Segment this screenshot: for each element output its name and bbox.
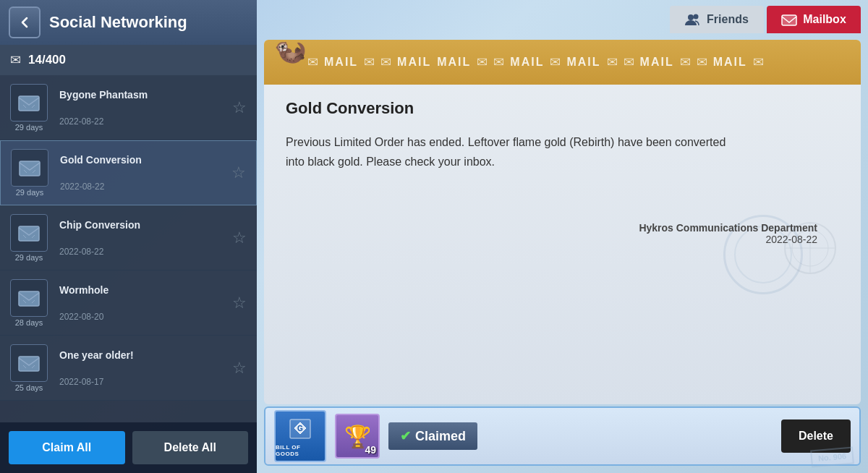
mail-item-content: One year older! 2022-08-17 (56, 349, 224, 387)
claim-all-button[interactable]: Claim All (9, 431, 125, 464)
mail-dec-icon: ✉ (624, 54, 634, 70)
right-panel: Friends Mailbox 🦦 ✉ MAIL ✉ ✉ MAIL MAIL ✉… (257, 0, 868, 473)
mail-dec-icon: ✉ (753, 54, 764, 70)
mail-item[interactable]: 25 days One year older! 2022-08-17 ☆ (0, 336, 257, 401)
mail-sender: Hykros Communications Department (264, 222, 817, 234)
mail-dec-text: MAIL (437, 56, 471, 69)
bill-of-goods-item: G BILL OF GOODS (274, 410, 326, 462)
attachment-area: G BILL OF GOODS 🏆 49 ✔ Claimed Delete (264, 406, 861, 466)
mail-item-icon (10, 279, 48, 317)
mail-subject: Gold Conversion (286, 99, 839, 118)
mail-footer-date: 2022-08-22 (264, 234, 817, 245)
mail-dec-icon: ✉ (550, 54, 561, 70)
mail-item-content: Bygone Phantasm 2022-08-22 (56, 89, 224, 127)
svg-rect-0 (19, 96, 39, 111)
mail-dec-icon: ✉ (697, 54, 707, 70)
mail-body-text: Previous Limited Order has ended. Leftov… (286, 132, 734, 171)
mail-list: 29 days Bygone Phantasm 2022-08-22 ☆ (0, 75, 257, 422)
mail-date: 2022-08-22 (59, 247, 224, 257)
svg-rect-3 (20, 161, 40, 176)
delete-all-button[interactable]: Delete All (132, 431, 249, 464)
check-icon: ✔ (400, 428, 411, 444)
mail-dec-icon: ✉ (493, 54, 504, 70)
days-label: 29 days (16, 188, 44, 197)
bottom-buttons: Claim All Delete All (0, 422, 257, 473)
mail-item[interactable]: 28 days Wormhole 2022-08-20 ☆ (0, 270, 257, 336)
tabs-bar: Friends Mailbox (670, 6, 861, 33)
mail-date: 2022-08-20 (59, 312, 224, 322)
top-bar: Social Networking (0, 0, 257, 45)
mail-item[interactable]: 29 days Chip Conversion 2022-08-22 ☆ (0, 205, 257, 270)
svg-point-15 (688, 14, 694, 20)
star-icon[interactable]: ☆ (232, 359, 247, 378)
mail-dec-icon: ✉ (364, 54, 375, 70)
claimed-status: ✔ Claimed (388, 422, 477, 450)
svg-text:G: G (297, 425, 303, 432)
mail-dec-text: MAIL (510, 56, 544, 69)
svg-rect-12 (19, 357, 39, 371)
mail-dec-icon: ✉ (477, 54, 488, 70)
mail-item-content: Wormhole 2022-08-20 (56, 284, 224, 322)
svg-rect-9 (19, 291, 39, 306)
mail-dec-text: MAIL (713, 56, 747, 69)
mail-dec-icon: ✉ (307, 54, 318, 70)
mail-item-icon (10, 84, 48, 122)
back-button[interactable] (9, 7, 41, 38)
left-panel: Social Networking ✉ 14/400 29 days (0, 0, 257, 473)
item-count: 49 (365, 444, 376, 456)
mail-item-content: Chip Conversion 2022-08-22 (56, 219, 224, 257)
mail-count: 14/400 (28, 53, 66, 67)
mail-content-area: 🦦 ✉ MAIL ✉ ✉ MAIL MAIL ✉ ✉ MAIL ✉ MAIL ✉… (264, 40, 861, 404)
item-badge: 🏆 49 (335, 414, 380, 459)
mail-item-icon (10, 214, 48, 252)
mail-dec-icon: ✉ (680, 54, 691, 70)
mail-title: Wormhole (59, 284, 224, 296)
mail-title: One year older! (59, 349, 224, 361)
bg-stamp: No. 906 (810, 446, 854, 467)
svg-rect-6 (19, 226, 39, 241)
days-label: 25 days (15, 383, 43, 392)
mail-item[interactable]: 29 days Bygone Phantasm 2022-08-22 ☆ (0, 75, 257, 140)
bill-label: BILL OF GOODS (276, 444, 325, 457)
days-label: 28 days (15, 318, 43, 327)
mail-footer: Hykros Communications Department 2022-08… (264, 222, 817, 245)
days-label: 29 days (15, 123, 43, 132)
star-icon[interactable]: ☆ (232, 294, 247, 312)
tab-mailbox-label: Mailbox (803, 13, 846, 26)
mail-body: Gold Conversion Previous Limited Order h… (264, 85, 861, 309)
claimed-label: Claimed (415, 429, 466, 444)
tab-mailbox[interactable]: Mailbox (767, 6, 861, 33)
mail-dec-text: MAIL (324, 56, 358, 69)
mail-dec-text: MAIL (566, 56, 600, 69)
mail-header-strip: 🦦 ✉ MAIL ✉ ✉ MAIL MAIL ✉ ✉ MAIL ✉ MAIL ✉… (264, 40, 861, 85)
svg-rect-17 (782, 15, 796, 25)
mail-dec-text: MAIL (397, 56, 431, 69)
mail-date: 2022-08-22 (59, 116, 224, 127)
mail-dec-icon: ✉ (380, 54, 391, 70)
star-icon[interactable]: ☆ (232, 98, 247, 117)
mail-dec-text: MAIL (640, 56, 674, 69)
mail-item-icon (10, 344, 48, 382)
days-label: 29 days (15, 253, 43, 262)
mail-item-icon (11, 149, 48, 187)
panel-title: Social Networking (49, 13, 187, 32)
mail-dec-icon: ✉ (607, 54, 618, 70)
tab-friends[interactable]: Friends (670, 6, 764, 33)
mail-date: 2022-08-17 (59, 377, 224, 387)
mail-icon: ✉ (10, 52, 21, 68)
mail-date: 2022-08-22 (60, 182, 223, 192)
mail-title: Chip Conversion (59, 219, 224, 231)
star-icon[interactable]: ☆ (232, 229, 247, 247)
star-icon[interactable]: ☆ (231, 163, 246, 182)
mail-item[interactable]: 29 days Gold Conversion 2022-08-22 ☆ (0, 140, 257, 205)
mail-icons-strip: ✉ MAIL ✉ ✉ MAIL MAIL ✉ ✉ MAIL ✉ MAIL ✉ ✉… (271, 54, 854, 70)
otter-clip: 🦦 (274, 40, 307, 66)
bill-icon: G (287, 415, 313, 441)
mail-item-content: Gold Conversion 2022-08-22 (57, 154, 223, 192)
tab-friends-label: Friends (707, 13, 749, 26)
mail-count-bar: ✉ 14/400 (0, 45, 257, 75)
svg-point-16 (694, 14, 699, 20)
mail-title: Bygone Phantasm (59, 89, 224, 101)
mail-title: Gold Conversion (60, 154, 223, 166)
